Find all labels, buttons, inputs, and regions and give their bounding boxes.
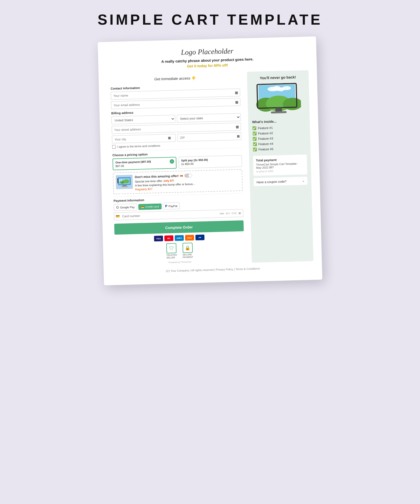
feature-check-2: ✅ [252, 132, 256, 136]
feature-check-4: ✅ [253, 142, 257, 146]
card-header: Logo Placeholder A really catchy phrase … [106, 45, 309, 71]
feature-label-3: Feature #3 [258, 137, 273, 140]
trusted-shield-icon: 🛡 [166, 243, 177, 253]
paypal-label: PayPal [169, 204, 178, 208]
pricing-option-1[interactable]: One-time payment ($97.00) $97.00 ✓ [113, 157, 177, 170]
email-icon: ▦ [235, 100, 238, 104]
feature-label-2: Feature #2 [258, 131, 273, 135]
content-row: Get immediate access 👇 Contact informati… [107, 70, 314, 267]
zip-wrap: ▦ [177, 132, 241, 142]
bump-image [116, 175, 133, 189]
payment-logos: VISA MC AMEX DISC PP [111, 234, 247, 243]
secure-label: SECUREPAYMENT [183, 253, 193, 259]
monitor-illustration [251, 82, 306, 117]
coupon-label: Have a coupon code? [256, 179, 286, 184]
feature-label-5: Feature #5 [258, 147, 273, 151]
paypal-icon: P [165, 204, 167, 208]
zip-icon: ▦ [237, 134, 240, 138]
paypal-tab[interactable]: P PayPal [162, 202, 180, 210]
powered-by: Powered by ThriveCart [112, 259, 248, 265]
cvc-label: CVC [232, 212, 237, 215]
country-select[interactable]: United States [111, 115, 176, 124]
secure-badge: 🔒 SECUREPAYMENT [182, 243, 193, 259]
bump-offer: Don't miss this amazing offer! ➡ Special… [113, 169, 243, 194]
page-title: SIMPLE CART TEMPLATE [97, 11, 322, 28]
email-input[interactable] [111, 98, 241, 109]
total-label: Total payment [256, 157, 304, 162]
svg-rect-5 [122, 185, 127, 186]
credit-card-icon: 💳 [141, 205, 144, 208]
pricing-option-2[interactable]: Split pay (2x $50.00) 2x $50.00 [179, 155, 242, 169]
svg-rect-18 [275, 108, 282, 112]
street-field-wrap: ▦ [108, 123, 245, 134]
google-pay-label: Google Pay [120, 206, 135, 209]
trusted-badge: 🛡 TRUSTEDSELLER [166, 243, 177, 259]
sidebar-headline: You'll never go back! [251, 75, 305, 80]
card-number-row: 💳 MM /DY CVC ▦ [111, 209, 247, 221]
feature-label-4: Feature #4 [258, 142, 273, 146]
zip-input[interactable] [177, 132, 241, 142]
total-box: Total payment ThriveCart Simple Cart Tem… [253, 155, 307, 176]
google-pay-icon: G [116, 206, 119, 209]
city-wrap: ▦ [112, 134, 176, 143]
feature-list: ✅ Feature #1 ✅ Feature #2 ✅ Feature #3 ✅… [252, 125, 307, 151]
amex-logo: AMEX [175, 235, 184, 241]
discover-logo: DISC [185, 235, 194, 241]
paypal-logo: PP [195, 235, 205, 241]
street-input[interactable] [112, 123, 241, 134]
sidebar: You'll never go back! [247, 70, 314, 263]
terms-label: I agree to the terms and conditions [117, 144, 160, 148]
feature-label-1: Feature #1 [258, 126, 273, 130]
access-label: Get immediate access 👇 [107, 72, 243, 85]
total-product: ThriveCart Simple Cart Template - May 20… [256, 162, 304, 169]
bump-toggle[interactable] [184, 174, 192, 178]
card-extras: MM /DY CVC ▦ [220, 212, 241, 215]
pricing-options-row: One-time payment ($97.00) $97.00 ✓ Split… [109, 155, 246, 171]
feature-check-5: ✅ [253, 148, 257, 151]
feature-check-1: ✅ [252, 126, 256, 130]
bump-price: only $7! [164, 179, 174, 182]
footer-text: (C) Your Company | All rights reserved |… [112, 265, 314, 274]
main-card: Logo Placeholder A really catchy phrase … [98, 36, 322, 285]
name-icon: ▦ [235, 90, 238, 94]
feature-item-4: ✅ Feature #4 [253, 141, 306, 146]
svg-rect-6 [121, 186, 128, 187]
secure-shield-icon: 🔒 [183, 243, 193, 253]
name-field-wrap: ▦ [107, 88, 244, 100]
credit-card-tab[interactable]: 💳 Credit card [138, 203, 162, 210]
feature-item-1: ✅ Feature #1 [252, 125, 306, 130]
feature-item-5: ✅ Feature #5 [253, 146, 307, 151]
street-icon: ▦ [236, 125, 239, 129]
feature-item-3: ✅ Feature #3 [253, 136, 306, 141]
checkout-form: Get immediate access 👇 Contact informati… [107, 72, 248, 266]
feature-item-2: ✅ Feature #2 [252, 130, 306, 136]
feature-check-3: ✅ [253, 137, 257, 141]
credit-card-label: Credit card [145, 205, 159, 208]
bump-content: Don't miss this amazing offer! ➡ Special… [135, 172, 240, 191]
state-select[interactable]: Select your state [177, 113, 241, 123]
svg-rect-4 [117, 178, 118, 183]
trusted-label: TRUSTEDSELLER [166, 254, 177, 259]
whats-inside-label: What's inside... [252, 119, 306, 124]
dy-label: /DY [226, 212, 230, 215]
coupon-chevron-icon: ⌄ [302, 179, 305, 183]
country-state-row: United States Select your state [108, 113, 244, 125]
mastercard-logo: MC [164, 235, 174, 241]
name-input[interactable] [111, 88, 240, 100]
complete-order-button[interactable]: Complete Order [114, 220, 244, 235]
mm-label: MM [220, 212, 224, 215]
google-pay-tab[interactable]: G Google Pay [114, 204, 137, 211]
svg-rect-19 [271, 111, 286, 113]
security-badges: 🛡 TRUSTEDSELLER 🔒 SECUREPAYMENT [111, 241, 248, 261]
visa-logo: VISA [154, 235, 163, 241]
total-sub: or price in USD [256, 169, 304, 173]
bump-arrow-icon: ➡ [180, 174, 183, 178]
city-icon: ▦ [165, 136, 174, 140]
coupon-row[interactable]: Have a coupon code? ⌄ [254, 177, 308, 186]
cvc-icon: ▦ [239, 212, 241, 214]
city-zip-row: ▦ ▦ [109, 132, 245, 144]
email-field-wrap: ▦ [108, 98, 244, 109]
card-left-icon: 💳 [116, 214, 120, 218]
terms-checkbox[interactable] [112, 145, 116, 149]
